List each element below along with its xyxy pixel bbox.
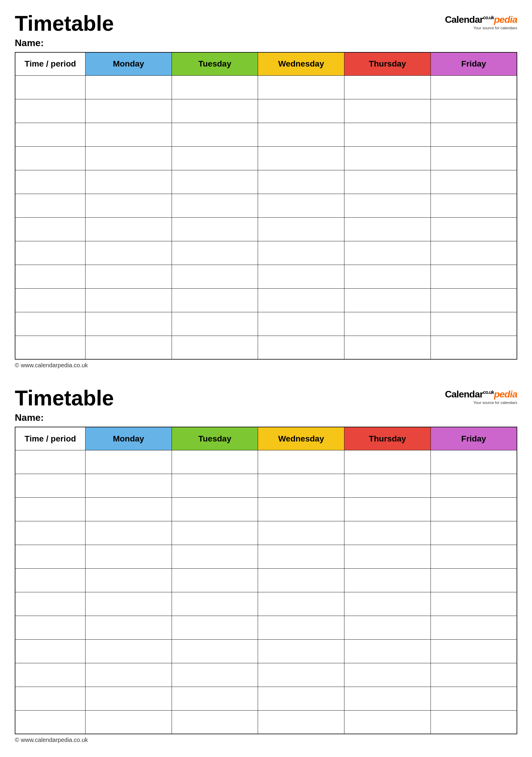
data-cell[interactable]: [172, 498, 258, 521]
data-cell[interactable]: [344, 336, 431, 359]
data-cell[interactable]: [258, 521, 344, 545]
data-cell[interactable]: [85, 288, 172, 312]
data-cell[interactable]: [85, 687, 172, 710]
time-cell[interactable]: [15, 288, 85, 312]
data-cell[interactable]: [344, 521, 431, 545]
data-cell[interactable]: [172, 521, 258, 545]
data-cell[interactable]: [344, 99, 431, 123]
data-cell[interactable]: [430, 123, 517, 146]
data-cell[interactable]: [258, 710, 344, 734]
data-cell[interactable]: [85, 710, 172, 734]
data-cell[interactable]: [172, 474, 258, 498]
data-cell[interactable]: [85, 474, 172, 498]
data-cell[interactable]: [172, 170, 258, 194]
data-cell[interactable]: [172, 545, 258, 568]
data-cell[interactable]: [258, 194, 344, 217]
data-cell[interactable]: [172, 194, 258, 217]
data-cell[interactable]: [172, 639, 258, 663]
data-cell[interactable]: [344, 288, 431, 312]
data-cell[interactable]: [430, 170, 517, 194]
time-cell[interactable]: [15, 170, 85, 194]
data-cell[interactable]: [344, 687, 431, 710]
data-cell[interactable]: [344, 194, 431, 217]
data-cell[interactable]: [85, 312, 172, 336]
data-cell[interactable]: [344, 616, 431, 639]
data-cell[interactable]: [430, 521, 517, 545]
data-cell[interactable]: [85, 217, 172, 241]
data-cell[interactable]: [85, 568, 172, 592]
data-cell[interactable]: [344, 170, 431, 194]
data-cell[interactable]: [172, 312, 258, 336]
data-cell[interactable]: [344, 146, 431, 170]
data-cell[interactable]: [430, 146, 517, 170]
data-cell[interactable]: [344, 217, 431, 241]
data-cell[interactable]: [85, 194, 172, 217]
data-cell[interactable]: [344, 76, 431, 99]
data-cell[interactable]: [85, 545, 172, 568]
data-cell[interactable]: [258, 336, 344, 359]
data-cell[interactable]: [258, 498, 344, 521]
time-cell[interactable]: [15, 265, 85, 288]
data-cell[interactable]: [258, 687, 344, 710]
time-cell[interactable]: [15, 616, 85, 639]
data-cell[interactable]: [85, 241, 172, 265]
data-cell[interactable]: [344, 450, 431, 474]
time-cell[interactable]: [15, 663, 85, 687]
data-cell[interactable]: [344, 312, 431, 336]
time-cell[interactable]: [15, 336, 85, 359]
data-cell[interactable]: [344, 568, 431, 592]
time-cell[interactable]: [15, 545, 85, 568]
time-cell[interactable]: [15, 146, 85, 170]
data-cell[interactable]: [430, 710, 517, 734]
data-cell[interactable]: [85, 639, 172, 663]
data-cell[interactable]: [172, 123, 258, 146]
data-cell[interactable]: [430, 639, 517, 663]
time-cell[interactable]: [15, 123, 85, 146]
data-cell[interactable]: [430, 616, 517, 639]
data-cell[interactable]: [344, 265, 431, 288]
data-cell[interactable]: [344, 123, 431, 146]
time-cell[interactable]: [15, 710, 85, 734]
data-cell[interactable]: [258, 545, 344, 568]
data-cell[interactable]: [430, 498, 517, 521]
time-cell[interactable]: [15, 99, 85, 123]
data-cell[interactable]: [344, 592, 431, 616]
data-cell[interactable]: [172, 76, 258, 99]
time-cell[interactable]: [15, 498, 85, 521]
data-cell[interactable]: [172, 687, 258, 710]
time-cell[interactable]: [15, 241, 85, 265]
data-cell[interactable]: [344, 498, 431, 521]
data-cell[interactable]: [172, 146, 258, 170]
data-cell[interactable]: [172, 450, 258, 474]
data-cell[interactable]: [430, 288, 517, 312]
data-cell[interactable]: [430, 76, 517, 99]
data-cell[interactable]: [258, 616, 344, 639]
data-cell[interactable]: [85, 450, 172, 474]
data-cell[interactable]: [258, 450, 344, 474]
data-cell[interactable]: [172, 288, 258, 312]
data-cell[interactable]: [344, 639, 431, 663]
data-cell[interactable]: [430, 312, 517, 336]
data-cell[interactable]: [430, 265, 517, 288]
data-cell[interactable]: [344, 710, 431, 734]
data-cell[interactable]: [85, 663, 172, 687]
data-cell[interactable]: [85, 265, 172, 288]
data-cell[interactable]: [258, 474, 344, 498]
data-cell[interactable]: [258, 312, 344, 336]
data-cell[interactable]: [430, 241, 517, 265]
time-cell[interactable]: [15, 194, 85, 217]
data-cell[interactable]: [430, 99, 517, 123]
data-cell[interactable]: [258, 568, 344, 592]
data-cell[interactable]: [258, 170, 344, 194]
data-cell[interactable]: [430, 545, 517, 568]
time-cell[interactable]: [15, 687, 85, 710]
data-cell[interactable]: [430, 450, 517, 474]
data-cell[interactable]: [172, 336, 258, 359]
data-cell[interactable]: [85, 76, 172, 99]
data-cell[interactable]: [85, 146, 172, 170]
data-cell[interactable]: [430, 217, 517, 241]
data-cell[interactable]: [258, 288, 344, 312]
data-cell[interactable]: [430, 568, 517, 592]
data-cell[interactable]: [85, 592, 172, 616]
time-cell[interactable]: [15, 592, 85, 616]
